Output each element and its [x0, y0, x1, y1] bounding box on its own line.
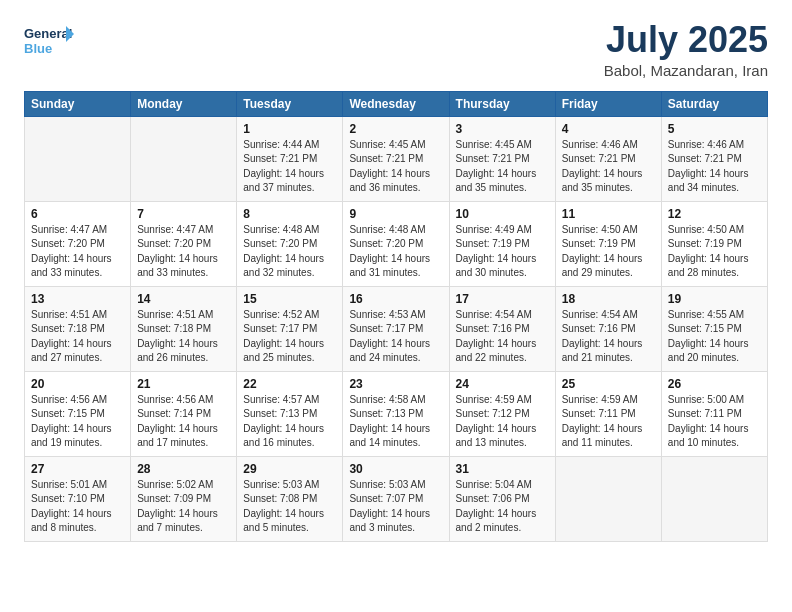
- calendar-cell: 15Sunrise: 4:52 AMSunset: 7:17 PMDayligh…: [237, 286, 343, 371]
- day-info: Sunrise: 4:54 AMSunset: 7:16 PMDaylight:…: [562, 308, 655, 366]
- logo-svg: General Blue: [24, 20, 74, 64]
- day-number: 26: [668, 377, 761, 391]
- day-number: 16: [349, 292, 442, 306]
- day-info: Sunrise: 4:51 AMSunset: 7:18 PMDaylight:…: [31, 308, 124, 366]
- calendar-cell: 16Sunrise: 4:53 AMSunset: 7:17 PMDayligh…: [343, 286, 449, 371]
- day-number: 13: [31, 292, 124, 306]
- calendar-cell: 10Sunrise: 4:49 AMSunset: 7:19 PMDayligh…: [449, 201, 555, 286]
- calendar-cell: 26Sunrise: 5:00 AMSunset: 7:11 PMDayligh…: [661, 371, 767, 456]
- day-number: 27: [31, 462, 124, 476]
- day-number: 2: [349, 122, 442, 136]
- main-title: July 2025: [604, 20, 768, 60]
- calendar-cell: 19Sunrise: 4:55 AMSunset: 7:15 PMDayligh…: [661, 286, 767, 371]
- weekday-header-sunday: Sunday: [25, 91, 131, 116]
- day-info: Sunrise: 4:49 AMSunset: 7:19 PMDaylight:…: [456, 223, 549, 281]
- calendar-cell: 2Sunrise: 4:45 AMSunset: 7:21 PMDaylight…: [343, 116, 449, 201]
- day-number: 18: [562, 292, 655, 306]
- calendar-cell: 9Sunrise: 4:48 AMSunset: 7:20 PMDaylight…: [343, 201, 449, 286]
- day-number: 4: [562, 122, 655, 136]
- day-number: 12: [668, 207, 761, 221]
- day-info: Sunrise: 4:46 AMSunset: 7:21 PMDaylight:…: [562, 138, 655, 196]
- calendar-cell: 31Sunrise: 5:04 AMSunset: 7:06 PMDayligh…: [449, 456, 555, 541]
- weekday-header-tuesday: Tuesday: [237, 91, 343, 116]
- calendar-cell: 13Sunrise: 4:51 AMSunset: 7:18 PMDayligh…: [25, 286, 131, 371]
- day-info: Sunrise: 4:45 AMSunset: 7:21 PMDaylight:…: [456, 138, 549, 196]
- calendar-cell: 28Sunrise: 5:02 AMSunset: 7:09 PMDayligh…: [131, 456, 237, 541]
- calendar-row-5: 27Sunrise: 5:01 AMSunset: 7:10 PMDayligh…: [25, 456, 768, 541]
- day-info: Sunrise: 4:58 AMSunset: 7:13 PMDaylight:…: [349, 393, 442, 451]
- day-number: 30: [349, 462, 442, 476]
- day-number: 22: [243, 377, 336, 391]
- day-number: 19: [668, 292, 761, 306]
- day-info: Sunrise: 4:44 AMSunset: 7:21 PMDaylight:…: [243, 138, 336, 196]
- calendar-cell: 27Sunrise: 5:01 AMSunset: 7:10 PMDayligh…: [25, 456, 131, 541]
- calendar-cell: 7Sunrise: 4:47 AMSunset: 7:20 PMDaylight…: [131, 201, 237, 286]
- subtitle: Babol, Mazandaran, Iran: [604, 62, 768, 79]
- calendar-cell: [131, 116, 237, 201]
- day-info: Sunrise: 4:47 AMSunset: 7:20 PMDaylight:…: [137, 223, 230, 281]
- day-info: Sunrise: 4:52 AMSunset: 7:17 PMDaylight:…: [243, 308, 336, 366]
- day-info: Sunrise: 4:56 AMSunset: 7:15 PMDaylight:…: [31, 393, 124, 451]
- calendar-cell: 6Sunrise: 4:47 AMSunset: 7:20 PMDaylight…: [25, 201, 131, 286]
- day-info: Sunrise: 5:00 AMSunset: 7:11 PMDaylight:…: [668, 393, 761, 451]
- day-info: Sunrise: 4:50 AMSunset: 7:19 PMDaylight:…: [562, 223, 655, 281]
- header: General Blue July 2025 Babol, Mazandaran…: [24, 20, 768, 79]
- day-info: Sunrise: 4:55 AMSunset: 7:15 PMDaylight:…: [668, 308, 761, 366]
- day-info: Sunrise: 4:50 AMSunset: 7:19 PMDaylight:…: [668, 223, 761, 281]
- calendar-cell: 4Sunrise: 4:46 AMSunset: 7:21 PMDaylight…: [555, 116, 661, 201]
- calendar-cell: 23Sunrise: 4:58 AMSunset: 7:13 PMDayligh…: [343, 371, 449, 456]
- calendar-row-2: 6Sunrise: 4:47 AMSunset: 7:20 PMDaylight…: [25, 201, 768, 286]
- day-info: Sunrise: 4:51 AMSunset: 7:18 PMDaylight:…: [137, 308, 230, 366]
- calendar-cell: 11Sunrise: 4:50 AMSunset: 7:19 PMDayligh…: [555, 201, 661, 286]
- day-number: 11: [562, 207, 655, 221]
- calendar-cell: 3Sunrise: 4:45 AMSunset: 7:21 PMDaylight…: [449, 116, 555, 201]
- day-number: 24: [456, 377, 549, 391]
- calendar-cell: 21Sunrise: 4:56 AMSunset: 7:14 PMDayligh…: [131, 371, 237, 456]
- day-number: 29: [243, 462, 336, 476]
- day-number: 15: [243, 292, 336, 306]
- day-info: Sunrise: 4:53 AMSunset: 7:17 PMDaylight:…: [349, 308, 442, 366]
- weekday-header-row: SundayMondayTuesdayWednesdayThursdayFrid…: [25, 91, 768, 116]
- calendar-row-1: 1Sunrise: 4:44 AMSunset: 7:21 PMDaylight…: [25, 116, 768, 201]
- day-info: Sunrise: 5:03 AMSunset: 7:07 PMDaylight:…: [349, 478, 442, 536]
- day-info: Sunrise: 5:01 AMSunset: 7:10 PMDaylight:…: [31, 478, 124, 536]
- day-info: Sunrise: 4:47 AMSunset: 7:20 PMDaylight:…: [31, 223, 124, 281]
- calendar-cell: 24Sunrise: 4:59 AMSunset: 7:12 PMDayligh…: [449, 371, 555, 456]
- day-info: Sunrise: 4:59 AMSunset: 7:11 PMDaylight:…: [562, 393, 655, 451]
- day-number: 7: [137, 207, 230, 221]
- day-info: Sunrise: 5:02 AMSunset: 7:09 PMDaylight:…: [137, 478, 230, 536]
- page: General Blue July 2025 Babol, Mazandaran…: [0, 0, 792, 612]
- day-info: Sunrise: 4:59 AMSunset: 7:12 PMDaylight:…: [456, 393, 549, 451]
- svg-text:Blue: Blue: [24, 41, 52, 56]
- day-number: 23: [349, 377, 442, 391]
- day-number: 20: [31, 377, 124, 391]
- calendar-cell: 17Sunrise: 4:54 AMSunset: 7:16 PMDayligh…: [449, 286, 555, 371]
- title-block: July 2025 Babol, Mazandaran, Iran: [604, 20, 768, 79]
- day-number: 6: [31, 207, 124, 221]
- day-number: 31: [456, 462, 549, 476]
- day-info: Sunrise: 4:46 AMSunset: 7:21 PMDaylight:…: [668, 138, 761, 196]
- calendar-cell: 20Sunrise: 4:56 AMSunset: 7:15 PMDayligh…: [25, 371, 131, 456]
- calendar-row-3: 13Sunrise: 4:51 AMSunset: 7:18 PMDayligh…: [25, 286, 768, 371]
- day-info: Sunrise: 4:45 AMSunset: 7:21 PMDaylight:…: [349, 138, 442, 196]
- calendar-cell: [661, 456, 767, 541]
- day-info: Sunrise: 4:48 AMSunset: 7:20 PMDaylight:…: [349, 223, 442, 281]
- calendar-cell: 8Sunrise: 4:48 AMSunset: 7:20 PMDaylight…: [237, 201, 343, 286]
- calendar-cell: [25, 116, 131, 201]
- day-info: Sunrise: 5:04 AMSunset: 7:06 PMDaylight:…: [456, 478, 549, 536]
- weekday-header-saturday: Saturday: [661, 91, 767, 116]
- day-number: 25: [562, 377, 655, 391]
- calendar-row-4: 20Sunrise: 4:56 AMSunset: 7:15 PMDayligh…: [25, 371, 768, 456]
- day-info: Sunrise: 4:56 AMSunset: 7:14 PMDaylight:…: [137, 393, 230, 451]
- day-number: 21: [137, 377, 230, 391]
- calendar-cell: [555, 456, 661, 541]
- day-info: Sunrise: 4:48 AMSunset: 7:20 PMDaylight:…: [243, 223, 336, 281]
- calendar-cell: 14Sunrise: 4:51 AMSunset: 7:18 PMDayligh…: [131, 286, 237, 371]
- day-info: Sunrise: 4:57 AMSunset: 7:13 PMDaylight:…: [243, 393, 336, 451]
- calendar-cell: 5Sunrise: 4:46 AMSunset: 7:21 PMDaylight…: [661, 116, 767, 201]
- day-info: Sunrise: 5:03 AMSunset: 7:08 PMDaylight:…: [243, 478, 336, 536]
- calendar-cell: 25Sunrise: 4:59 AMSunset: 7:11 PMDayligh…: [555, 371, 661, 456]
- day-number: 5: [668, 122, 761, 136]
- day-number: 1: [243, 122, 336, 136]
- weekday-header-thursday: Thursday: [449, 91, 555, 116]
